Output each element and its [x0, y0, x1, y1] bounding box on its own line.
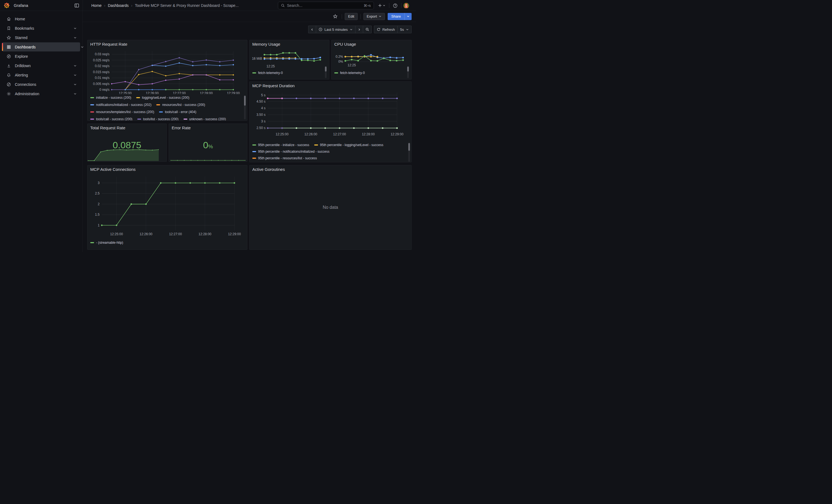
panel-title[interactable]: MCP Request Duration — [252, 83, 295, 88]
svg-text:4.50 s: 4.50 s — [256, 100, 265, 103]
sidebar-item-bookmarks[interactable]: Bookmarks — [2, 24, 80, 33]
legend-item[interactable]: 95th percentile - notifications/initiali… — [252, 150, 329, 154]
legend-item[interactable]: tools/call - success (200) — [90, 117, 132, 121]
legend-item[interactable]: fetch-telemetry-0 — [334, 71, 365, 75]
panel-title[interactable]: Memory Usage — [252, 42, 280, 47]
mcp-request-duration-chart[interactable]: 12:25:0012:26:0012:27:0012:28:0012:29:00… — [251, 89, 410, 141]
search-field[interactable] — [287, 3, 362, 8]
help-icon[interactable] — [391, 2, 399, 9]
share-button[interactable]: Share — [388, 13, 405, 20]
legend-scrollbar[interactable] — [408, 142, 410, 162]
share-menu-chevron-icon[interactable] — [405, 13, 412, 20]
legend-scrollbar[interactable] — [325, 66, 327, 78]
edit-button[interactable]: Edit — [345, 13, 357, 20]
chevron-down-icon[interactable] — [74, 27, 77, 30]
sidebar-toggle-icon[interactable] — [74, 3, 79, 8]
sidebar-item-starred[interactable]: Starred — [2, 33, 80, 42]
legend-item[interactable]: unknown - success (200) — [183, 117, 226, 121]
svg-text:2.50 s: 2.50 s — [256, 126, 265, 130]
sidebar-item-drilldown[interactable]: Drilldown — [2, 61, 80, 70]
panel-title[interactable]: CPU Usage — [334, 42, 356, 47]
star-icon — [7, 35, 11, 40]
search-input[interactable]: ⌘+k — [278, 2, 374, 9]
mcp-active-connections-chart[interactable]: 12:25:0012:26:0012:27:0012:28:0012:29:00… — [90, 173, 245, 238]
favorite-star-icon[interactable] — [331, 12, 339, 20]
share-button-group: Share — [388, 13, 412, 20]
legend-label: logging/setLevel - success (200) — [142, 96, 189, 100]
chevron-down-icon[interactable] — [74, 83, 77, 86]
legend-item[interactable]: 95th percentile - logging/setLevel - suc… — [314, 143, 383, 147]
svg-text:12:25: 12:25 — [267, 64, 275, 68]
legend-item[interactable]: 95th percentile - resources/list - succe… — [252, 156, 317, 160]
legend-item[interactable]: initialize - success (200) — [90, 96, 131, 100]
time-range-picker[interactable]: Last 5 minutes — [316, 26, 356, 33]
http-request-rate-chart[interactable]: 12:25:0012:26:0012:27:0012:28:0012:29:00… — [90, 47, 245, 94]
chevron-down-icon[interactable] — [74, 92, 77, 96]
legend-swatch-icon — [252, 144, 256, 145]
chevron-down-icon[interactable] — [74, 74, 77, 77]
svg-text:0.015 req/s: 0.015 req/s — [93, 70, 109, 74]
memory-usage-chart[interactable]: 12:2516 MiB — [251, 46, 328, 69]
sidebar-item-home[interactable]: Home — [2, 14, 80, 23]
svg-text:2: 2 — [98, 202, 100, 206]
chevron-down-icon — [350, 28, 353, 31]
svg-text:16 MiB: 16 MiB — [252, 57, 262, 60]
legend-scrollbar[interactable] — [244, 95, 246, 120]
panel-title[interactable]: MCP Active Connections — [90, 167, 136, 172]
legend-label: initialize - success (200) — [96, 96, 131, 100]
legend-item[interactable]: tools/list - success (200) — [137, 117, 179, 121]
legend-swatch-icon — [90, 97, 94, 98]
chevron-down-icon[interactable] — [81, 45, 84, 49]
compass-icon — [7, 54, 11, 59]
zoom-out-button[interactable] — [363, 26, 372, 33]
chevron-down-icon[interactable] — [74, 36, 77, 39]
sidebar: HomeBookmarksStarredDashboardsExploreDri… — [0, 11, 82, 252]
add-button[interactable] — [376, 2, 387, 9]
legend-item[interactable]: fetch-telemetry-0 — [252, 71, 283, 75]
sidebar-item-administration[interactable]: Administration — [2, 89, 80, 98]
sidebar-item-alerting[interactable]: Alerting — [2, 71, 80, 80]
legend-scrollbar[interactable] — [407, 66, 409, 78]
refresh-interval-picker[interactable]: 5s — [397, 26, 412, 33]
panel-title[interactable]: Error Rate — [172, 126, 191, 130]
time-shift-forward-button[interactable] — [355, 26, 363, 33]
svg-text:0.02 req/s: 0.02 req/s — [95, 64, 109, 68]
legend-label: fetch-telemetry-0 — [258, 71, 283, 75]
time-shift-back-button[interactable] — [308, 26, 316, 33]
export-button[interactable]: Export — [363, 13, 385, 20]
legend-item[interactable]: logging/setLevel - success (200) — [136, 96, 189, 100]
cpu-usage-chart[interactable]: 12:250.2%0% — [333, 46, 410, 69]
top-nav: Grafana Home › Dashboards › ToolHive MCP… — [0, 0, 416, 11]
sidebar-item-label: Home — [15, 17, 25, 21]
cpu-legend: fetch-telemetry-0 — [334, 69, 405, 79]
panel-title[interactable]: Total Request Rate — [90, 126, 126, 130]
panel-title[interactable]: HTTP Request Rate — [90, 42, 127, 47]
legend-item[interactable]: - (streamable-http) — [90, 241, 123, 244]
svg-text:3 s: 3 s — [261, 120, 265, 123]
legend-swatch-icon — [314, 144, 318, 145]
legend-label: 95th percentile - notifications/initiali… — [258, 150, 329, 154]
svg-text:12:29:00: 12:29:00 — [227, 91, 240, 94]
panel-title[interactable]: Active Goroutines — [252, 167, 285, 172]
chevron-down-icon[interactable] — [74, 64, 77, 68]
legend-item[interactable]: resources/list - success (200) — [156, 103, 205, 107]
svg-text:12:26:00: 12:26:00 — [146, 91, 159, 94]
sidebar-item-explore[interactable]: Explore — [2, 52, 80, 61]
sidebar-item-dashboards[interactable]: Dashboards — [2, 43, 80, 51]
legend-label: tools/call - success (200) — [96, 117, 132, 121]
sidebar-item-connections[interactable]: Connections — [2, 80, 80, 89]
home-icon — [7, 17, 11, 21]
refresh-button[interactable]: Refresh — [374, 26, 398, 33]
svg-text:1: 1 — [98, 223, 100, 227]
breadcrumb-dashboards[interactable]: Dashboards — [108, 3, 129, 8]
breadcrumb-home[interactable]: Home — [92, 3, 102, 8]
svg-text:12:27:00: 12:27:00 — [333, 132, 346, 136]
panel-total-request-rate: Total Request Rate 0.0875 — [87, 124, 167, 162]
legend-label: 95th percentile - resources/list - succe… — [258, 156, 317, 160]
legend-item[interactable]: tools/call - error (404) — [159, 110, 196, 114]
legend-item[interactable]: resources/templates/list - success (200) — [90, 110, 154, 114]
avatar[interactable] — [404, 3, 409, 8]
legend-item[interactable]: notifications/initialized - success (202… — [90, 103, 151, 107]
legend-item[interactable]: 95th percentile - initialize - success — [252, 143, 309, 147]
search-shortcut: ⌘+k — [364, 4, 371, 8]
